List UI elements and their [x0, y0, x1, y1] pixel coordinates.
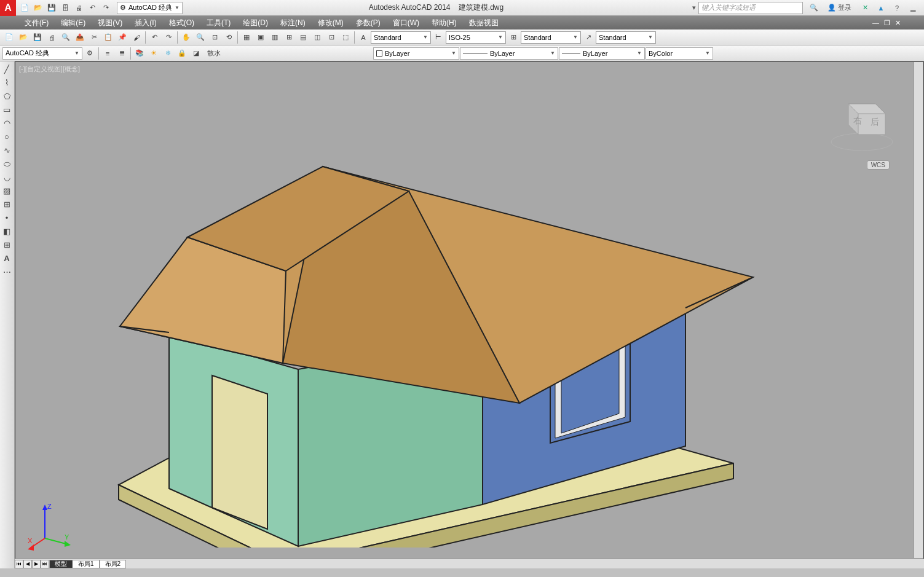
scrollbar-vertical[interactable] [914, 62, 923, 558]
tool-icon[interactable]: ▦ [240, 31, 253, 44]
save-icon[interactable]: 💾 [45, 2, 58, 14]
layer-color-icon[interactable]: ◪ [189, 47, 203, 60]
point-icon[interactable]: • [0, 211, 14, 224]
tool-icon[interactable]: ⊞ [282, 31, 296, 44]
menu-tools[interactable]: 工具(T) [200, 16, 237, 29]
zoom-prev-icon[interactable]: ⟲ [222, 31, 235, 44]
menu-draw[interactable]: 绘图(D) [237, 16, 274, 29]
redo-icon[interactable]: ↷ [100, 2, 112, 14]
linetype-dropdown[interactable]: ByLayer▼ [460, 47, 558, 60]
gear-icon[interactable]: ⚙ [83, 47, 97, 60]
tab-prev-icon[interactable]: ◀ [23, 560, 32, 568]
mleader-style-icon[interactable]: ↗ [582, 31, 595, 44]
menu-dataview[interactable]: 数据视图 [463, 16, 505, 29]
pline-icon[interactable]: ⌇ [0, 76, 14, 89]
open-icon[interactable]: 📂 [32, 2, 44, 14]
layer-mgr-icon[interactable]: 📚 [133, 47, 146, 60]
tool-icon[interactable]: ▣ [254, 31, 267, 44]
print-file-icon[interactable]: 🖨 [45, 31, 58, 44]
lineweight-dropdown[interactable]: ByLayer▼ [559, 47, 645, 60]
circle-icon[interactable]: ○ [0, 130, 14, 143]
layer-color-dropdown[interactable]: ByLayer▼ [373, 47, 459, 60]
new-icon[interactable]: 📄 [18, 2, 31, 14]
menu-param[interactable]: 参数(P) [350, 16, 387, 29]
rectangle-icon[interactable]: ▭ [0, 103, 14, 116]
tab-next-icon[interactable]: ▶ [32, 560, 41, 568]
tab-layout1[interactable]: 布局1 [73, 560, 100, 568]
tab-model[interactable]: 模型 [49, 560, 73, 568]
plotcolor-dropdown[interactable]: ByColor▼ [646, 47, 713, 60]
table-icon[interactable]: ⊞ [0, 238, 14, 251]
workspace-dropdown[interactable]: AutoCAD 经典 ▼ [2, 47, 82, 60]
text-style-icon[interactable]: A [357, 31, 370, 44]
lock-icon[interactable]: 🔒 [175, 47, 189, 60]
undo2-icon[interactable]: ↶ [148, 31, 161, 44]
tool-icon[interactable]: ⬚ [339, 31, 352, 44]
menu-window[interactable]: 窗口(W) [387, 16, 425, 29]
freeze-icon[interactable]: ❄ [161, 47, 175, 60]
cut-icon[interactable]: ✂ [87, 31, 101, 44]
menu-dimension[interactable]: 标注(N) [274, 16, 312, 29]
print-icon[interactable]: 🖨 [73, 2, 85, 14]
menu-help[interactable]: 帮助(H) [425, 16, 463, 29]
dropdown-arrow-icon[interactable]: ▾ [690, 4, 698, 12]
app-logo[interactable]: A [0, 0, 16, 16]
search-icon[interactable]: 🔍 [808, 2, 820, 14]
publish-icon[interactable]: 📤 [73, 31, 87, 44]
block-icon[interactable]: ⊞ [0, 198, 14, 211]
ellipsearc-icon[interactable]: ◡ [0, 171, 14, 184]
menu-view[interactable]: 视图(V) [92, 16, 128, 29]
cloud-icon[interactable]: ▲ [875, 2, 887, 14]
zoom-win-icon[interactable]: ⊡ [208, 31, 221, 44]
more-icon[interactable]: ⋯ [0, 265, 14, 278]
tab-layout2[interactable]: 布局2 [100, 560, 127, 568]
zoom-rt-icon[interactable]: 🔍 [194, 31, 207, 44]
layer-icon[interactable]: ≣ [115, 47, 128, 60]
spline-icon[interactable]: ∿ [0, 144, 14, 157]
search-input[interactable]: 键入关键字或短语 [698, 2, 803, 14]
tool-icon[interactable]: ▤ [296, 31, 310, 44]
doc-close-icon[interactable]: ✕ [895, 19, 901, 27]
paste-icon[interactable]: 📌 [116, 31, 129, 44]
mtext-icon[interactable]: A [0, 252, 14, 265]
tool-icon[interactable]: ⊡ [325, 31, 338, 44]
table-style-dropdown[interactable]: Standard▼ [521, 31, 581, 44]
doc-minimize-icon[interactable]: — [872, 19, 879, 27]
copy-icon[interactable]: 📋 [101, 31, 115, 44]
line-icon[interactable]: ╱ [0, 63, 14, 76]
menu-edit[interactable]: 编辑(E) [55, 16, 92, 29]
menu-format[interactable]: 格式(O) [163, 16, 200, 29]
sun-icon[interactable]: ☀ [147, 47, 160, 60]
new-file-icon[interactable]: 📄 [2, 31, 16, 44]
tool-icon[interactable]: ◫ [310, 31, 324, 44]
preview-icon[interactable]: 🔍 [59, 31, 73, 44]
viewport[interactable]: [-][自定义视图][概念] [15, 61, 924, 568]
hatch-icon[interactable]: ▨ [0, 184, 14, 197]
doc-restore-icon[interactable]: ❐ [884, 19, 890, 27]
exchange-icon[interactable]: ✕ [859, 2, 871, 14]
minimize-icon[interactable]: ▁ [907, 2, 919, 14]
menu-modify[interactable]: 修改(M) [312, 16, 350, 29]
save-file-icon[interactable]: 💾 [31, 31, 44, 44]
help-icon[interactable]: ? [891, 2, 903, 14]
mleader-style-dropdown[interactable]: Standard▼ [596, 31, 656, 44]
match-icon[interactable]: 🖌 [130, 31, 143, 44]
arc-icon[interactable]: ◠ [0, 117, 14, 130]
login-button[interactable]: 👤 登录 [824, 3, 855, 12]
menu-file[interactable]: 文件(F) [18, 16, 55, 29]
saveas-icon[interactable]: 🗄 [59, 2, 71, 14]
undo-icon[interactable]: ↶ [86, 2, 98, 14]
redo2-icon[interactable]: ↷ [162, 31, 175, 44]
tab-first-icon[interactable]: ⏮ [15, 560, 23, 568]
workspace-dropdown-title[interactable]: ⚙ AutoCAD 经典 ▼ [117, 2, 183, 14]
ellipse-icon[interactable]: ⬭ [0, 157, 14, 170]
pan-icon[interactable]: ✋ [180, 31, 193, 44]
menu-insert[interactable]: 插入(I) [128, 16, 162, 29]
layer-icon[interactable]: ≡ [101, 47, 114, 60]
table-style-icon[interactable]: ⊞ [507, 31, 520, 44]
tool-icon[interactable]: ▥ [268, 31, 282, 44]
text-style-dropdown[interactable]: Standard▼ [371, 31, 431, 44]
tab-last-icon[interactable]: ⏭ [41, 560, 49, 568]
dim-style-icon[interactable]: ⊢ [432, 31, 445, 44]
open-file-icon[interactable]: 📂 [17, 31, 30, 44]
